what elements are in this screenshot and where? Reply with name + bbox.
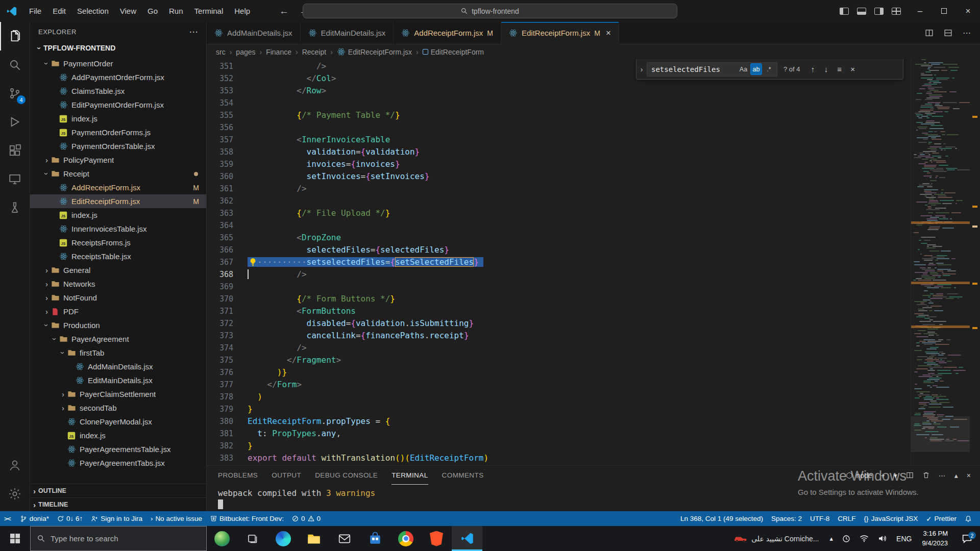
regex-icon[interactable]: .* [763, 63, 775, 75]
previous-match-icon[interactable]: ↑ [806, 63, 820, 76]
kill-terminal-icon[interactable] [922, 471, 930, 479]
taskbar-notification-toolbar[interactable]: تشييد على Corniche... [727, 535, 825, 543]
close-find-icon[interactable]: × [846, 63, 860, 76]
file-addreceiptform-jsx[interactable]: AddReceiptForm.jsxM [30, 181, 206, 194]
folder-production[interactable]: ›Production [30, 318, 206, 332]
settings-gear-icon[interactable] [0, 480, 30, 508]
split-editor-icon[interactable] [925, 29, 934, 37]
tab-addreceiptform-jsx[interactable]: AddReceiptForm.jsxM [394, 22, 501, 44]
tab-editmaindetails-jsx[interactable]: EditMainDetails.jsx [301, 22, 394, 44]
explorer-icon[interactable] [0, 22, 30, 51]
file-clonepayermodal-jsx[interactable]: ClonePayerModal.jsx [30, 415, 206, 429]
code-line-359[interactable]: invoices={invoices} [248, 158, 911, 170]
file-editpaymentorderform-jsx[interactable]: EditPaymentOrderForm.jsx [30, 98, 206, 112]
file-innerinvoicestable-jsx[interactable]: InnerInvoicesTable.jsx [30, 222, 206, 236]
store-icon[interactable] [360, 526, 390, 551]
breadcrumb-pages[interactable]: pages [236, 48, 255, 56]
tab-addmaindetails-jsx[interactable]: AddMainDetails.jsx [207, 22, 301, 44]
code-line-367[interactable]: ············setselectedFiles={setSelecte… [248, 256, 911, 268]
extensions-icon[interactable] [0, 136, 30, 165]
code-line-363[interactable]: {/* File Upload */} [248, 207, 911, 219]
file-index-js[interactable]: JSindex.js [30, 208, 206, 222]
language-indicator[interactable]: ENG [892, 526, 916, 551]
accounts-icon[interactable] [0, 451, 30, 480]
git-sync-item[interactable]: 0↓ 6↑ [53, 511, 87, 526]
toggle-primary-sidebar-icon[interactable] [840, 8, 849, 15]
workspace-root-folder[interactable]: › TPFLOW-FRONTEND [30, 41, 206, 55]
jira-issue-item[interactable]: › No active issue [146, 511, 206, 526]
folder-networks[interactable]: ›Networks [30, 277, 206, 291]
breadcrumb-src[interactable]: src [216, 48, 226, 56]
edge-icon[interactable] [268, 526, 299, 551]
timeline-section[interactable]: › TIMELINE [30, 497, 206, 511]
folder-pdf[interactable]: ›PDF [30, 305, 206, 318]
menu-file[interactable]: File [23, 0, 47, 22]
code-line-368[interactable]: /> [248, 268, 911, 281]
taskbar-clock[interactable]: 3:16 PM 9/4/2023 [916, 529, 953, 547]
folder-receipt[interactable]: ›Receipt [30, 167, 206, 181]
file-receiptstable-jsx[interactable]: ReceiptsTable.jsx [30, 249, 206, 263]
file-editreceiptform-jsx[interactable]: EditReceiptForm.jsxM [30, 194, 206, 208]
panel-tab-debug-console[interactable]: DEBUG CONSOLE [315, 466, 378, 485]
more-actions-icon[interactable]: ⋯ [963, 28, 971, 38]
run-debug-icon[interactable] [0, 108, 30, 136]
task-view-icon[interactable] [237, 526, 268, 551]
formatter[interactable]: ✓Prettier [922, 511, 961, 526]
outline-section[interactable]: › OUTLINE [30, 484, 206, 497]
language-mode[interactable]: {}JavaScript JSX [860, 511, 922, 526]
editor-layout-icon[interactable] [944, 29, 952, 37]
vscode-taskbar-icon[interactable] [452, 526, 482, 551]
mail-icon[interactable] [329, 526, 360, 551]
find-in-selection-icon[interactable]: ≡ [833, 63, 846, 76]
menu-terminal[interactable]: Terminal [189, 0, 229, 22]
chrome-icon[interactable] [390, 526, 421, 551]
eol-sequence[interactable]: CRLF [834, 511, 860, 526]
folder-general[interactable]: ›General [30, 263, 206, 277]
whole-word-icon[interactable]: ab [750, 63, 762, 75]
next-match-icon[interactable]: ↓ [820, 63, 833, 76]
code-editor[interactable]: 3513523533543553563573583593603613623633… [207, 59, 980, 465]
code-line-382[interactable]: } [248, 440, 911, 452]
cursor-position[interactable]: Ln 368, Col 1 (49 selected) [676, 511, 767, 526]
code-line-354[interactable] [248, 97, 911, 109]
folder-paymentorder[interactable]: ›PaymentOrder [30, 57, 206, 70]
tab-editreceiptform-jsx[interactable]: EditReceiptForm.jsxM× [501, 22, 619, 44]
file-payeragreementstable-jsx[interactable]: PayerAgreementsTable.jsx [30, 442, 206, 456]
file-payeragreementtabs-jsx[interactable]: PayerAgreementTabs.jsx [30, 456, 206, 470]
test-beaker-icon[interactable] [0, 193, 30, 222]
toggle-secondary-sidebar-icon[interactable] [874, 8, 884, 15]
menu-help[interactable]: Help [229, 0, 256, 22]
file-index-js[interactable]: JSindex.js [30, 112, 206, 126]
toggle-panel-icon[interactable] [857, 8, 866, 15]
bitbucket-item[interactable]: Bitbucket: Front Dev: [206, 511, 288, 526]
code-line-378[interactable]: ) [248, 391, 911, 403]
volume-icon[interactable] [873, 526, 892, 551]
code-line-380[interactable]: EditReceiptForm.propTypes = { [248, 415, 911, 428]
file-explorer-icon[interactable] [299, 526, 329, 551]
folder-firsttab[interactable]: ›firstTab [30, 346, 206, 360]
remote-indicator[interactable]: >< [0, 511, 16, 526]
code-line-366[interactable]: selectedFiles={selectedFiles} [248, 244, 911, 256]
jira-signin-item[interactable]: Sign in to Jira [87, 511, 146, 526]
maximize-button[interactable] [932, 0, 956, 22]
panel-tab-comments[interactable]: COMMENTS [442, 466, 484, 485]
breadcrumb-receipt[interactable]: Receipt [302, 48, 326, 56]
command-center[interactable]: tpflow-frontend [303, 4, 677, 18]
close-tab-icon[interactable]: × [606, 28, 611, 38]
menu-view[interactable]: View [114, 0, 142, 22]
file-addpaymentorderform-jsx[interactable]: AddPaymentOrderForm.jsx [30, 70, 206, 84]
folder-policypayment[interactable]: ›PolicyPayment [30, 153, 206, 167]
start-button[interactable] [0, 526, 30, 551]
code-line-356[interactable] [248, 121, 911, 134]
indentation[interactable]: Spaces: 2 [767, 511, 806, 526]
wifi-icon[interactable] [855, 526, 873, 551]
menu-edit[interactable]: Edit [47, 0, 71, 22]
action-center-icon[interactable]: 2 [953, 533, 980, 544]
code-line-358[interactable]: validation={validation} [248, 146, 911, 158]
notifications-bell-icon[interactable] [961, 511, 976, 526]
code-line-361[interactable]: /> [248, 183, 911, 195]
file-receiptsfroms-js[interactable]: JSReceiptsFroms.js [30, 236, 206, 249]
match-case-icon[interactable]: Aa [738, 63, 749, 75]
folder-payerclaimsettlement[interactable]: ›PayerClaimSettlement [30, 387, 206, 401]
source-control-icon[interactable]: 4 [0, 79, 30, 108]
